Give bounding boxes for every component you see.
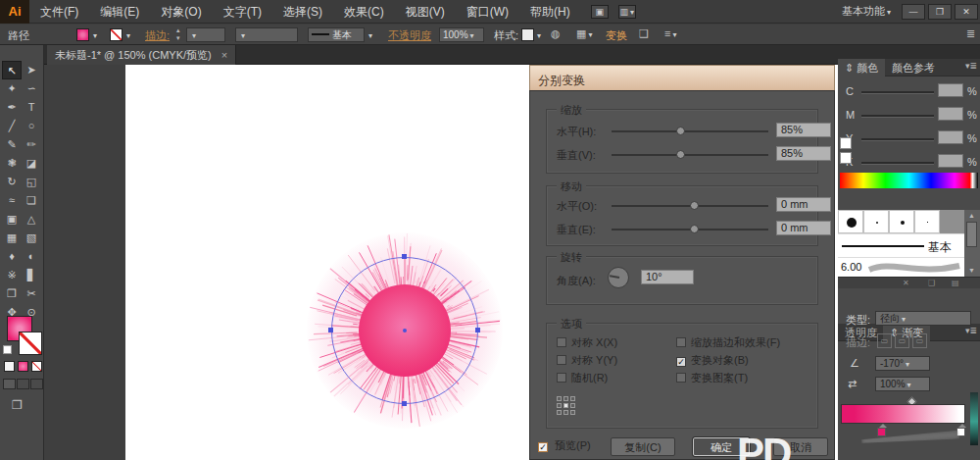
eyedropper-tool[interactable]: ♦ xyxy=(2,247,22,266)
draw-inside-icon[interactable] xyxy=(30,379,43,389)
angle-input[interactable]: 10° xyxy=(641,270,694,284)
shape-builder-tool[interactable]: ▣ xyxy=(2,210,22,229)
gradient-angle-input[interactable]: -170° xyxy=(875,356,930,371)
stroke-gradient-within-icon[interactable]: ▭ xyxy=(877,333,892,348)
right-checkbox-2[interactable] xyxy=(676,373,686,383)
angle-dial[interactable] xyxy=(608,267,629,288)
scale-value-1[interactable]: 85% xyxy=(776,146,831,161)
default-fill-stroke-icon[interactable] xyxy=(3,345,12,354)
right-option-2[interactable]: 变换图案(T) xyxy=(676,371,780,388)
ref-point-1[interactable] xyxy=(564,396,568,401)
tab-color-guide[interactable]: 颜色参考 xyxy=(885,59,942,77)
scale-slider-knob-0[interactable] xyxy=(676,127,685,135)
anchor-point-bottom[interactable] xyxy=(402,401,407,406)
calligraphic-brush-row[interactable] xyxy=(838,210,964,233)
channel-value-K[interactable] xyxy=(938,154,963,168)
screen-layout-icon[interactable]: ▥ xyxy=(618,5,636,19)
channel-slider-M[interactable] xyxy=(861,115,934,118)
transform-link[interactable]: 变换 xyxy=(606,28,627,43)
recolor-artwork-icon[interactable]: ◍ xyxy=(551,27,561,40)
gradient-bar[interactable] xyxy=(841,404,965,424)
fill-color-swatch[interactable] xyxy=(76,28,89,41)
right-option-0[interactable]: 缩放描边和效果(F) xyxy=(676,335,780,353)
gradient-tool[interactable]: ▧ xyxy=(22,229,41,247)
blend-tool[interactable]: ◐ xyxy=(22,247,41,266)
pen-tool[interactable]: ✒ xyxy=(2,98,22,117)
symbol-sprayer-tool[interactable]: ※ xyxy=(2,266,22,284)
anchor-point-top[interactable] xyxy=(402,254,407,259)
dialog-title-bar[interactable]: 分别变换 xyxy=(529,65,835,90)
left-option-0[interactable]: 对称 X(X) xyxy=(557,335,617,353)
perspective-grid-tool[interactable]: △ xyxy=(22,210,41,229)
channel-value-C[interactable] xyxy=(938,83,963,97)
move-value-1[interactable]: 0 mm xyxy=(776,221,831,235)
delete-brush-icon[interactable]: ▤ xyxy=(952,279,959,287)
minimize-button[interactable]: — xyxy=(902,4,925,20)
ellipse-tool[interactable]: ○ xyxy=(22,117,41,135)
scale-slider-1[interactable] xyxy=(612,154,768,156)
brush-scrollbar[interactable]: ▲ ▼ xyxy=(964,210,980,277)
rotate-tool[interactable]: ↻ xyxy=(2,173,22,191)
slice-tool[interactable]: ✂ xyxy=(22,284,41,303)
document-tab[interactable]: 未标题-1* @ 150% (CMYK/预览) × xyxy=(47,45,236,65)
channel-value-M[interactable] xyxy=(938,107,963,121)
right-checkbox-0[interactable] xyxy=(676,337,686,347)
line-segment-tool[interactable]: ╱ xyxy=(2,117,22,135)
opacity-link[interactable]: 不透明度 xyxy=(388,28,431,43)
menu-0[interactable]: 文件(F) xyxy=(29,0,89,24)
stroke-proxy[interactable] xyxy=(19,332,42,355)
color-panel-menu-icon[interactable]: ▾≣ xyxy=(965,61,977,71)
menu-6[interactable]: 视图(V) xyxy=(395,0,456,24)
art-brush-row[interactable]: 6.00 xyxy=(838,257,964,277)
restore-button[interactable]: ❐ xyxy=(928,4,952,20)
artboard-tool[interactable]: ❐ xyxy=(2,284,22,303)
left-option-1[interactable]: 对称 Y(Y) xyxy=(557,353,617,371)
menu-4[interactable]: 选择(S) xyxy=(272,0,333,24)
right-checkbox-1[interactable]: ✓ xyxy=(676,357,686,367)
opacity-input[interactable]: 100% xyxy=(439,27,484,42)
fill-proxy-swatch[interactable] xyxy=(840,137,852,149)
channel-slider-C[interactable] xyxy=(861,91,934,94)
move-slider-knob-1[interactable] xyxy=(690,225,699,233)
lasso-tool[interactable]: ∽ xyxy=(22,79,41,98)
stroke-panel-link[interactable]: 描边: xyxy=(145,28,170,43)
panel-collapse-icon[interactable]: ≣ xyxy=(966,27,975,40)
anchor-point-left[interactable] xyxy=(328,328,333,332)
fill-dropdown-arrow-icon[interactable] xyxy=(91,28,97,40)
none-mode-icon[interactable] xyxy=(31,361,42,372)
menu-5[interactable]: 效果(C) xyxy=(333,0,395,24)
stroke-style-arrow-icon[interactable] xyxy=(367,28,372,40)
eraser-tool[interactable]: ◪ xyxy=(22,154,41,173)
stroke-dropdown-arrow-icon[interactable] xyxy=(124,28,130,40)
remove-brush-icon[interactable]: ✕ xyxy=(903,279,909,287)
stroke-weight-stepper[interactable]: ▴▾ xyxy=(176,26,180,42)
channel-slider-Y[interactable] xyxy=(861,138,934,141)
scale-value-0[interactable]: 85% xyxy=(776,123,831,137)
left-checkbox-1[interactable] xyxy=(557,355,566,365)
stroke-weight-input[interactable] xyxy=(186,27,225,42)
draw-normal-icon[interactable] xyxy=(3,379,16,389)
blob-brush-tool[interactable]: ❃ xyxy=(2,154,22,173)
color-mode-icon[interactable] xyxy=(4,361,15,372)
tab-color[interactable]: ⇕ 颜色 xyxy=(838,59,885,77)
move-slider-1[interactable] xyxy=(612,229,768,230)
ref-point-5[interactable] xyxy=(570,403,575,408)
ref-point-6[interactable] xyxy=(557,410,562,415)
left-checkbox-0[interactable] xyxy=(557,337,566,347)
reference-point-locator[interactable] xyxy=(557,396,575,415)
stroke-gradient-along-icon[interactable]: ▭ xyxy=(895,333,909,348)
color-spectrum-bar[interactable] xyxy=(840,173,978,188)
scale-tool[interactable]: ◱ xyxy=(22,173,41,191)
workspace-switcher[interactable]: 基本功能 xyxy=(842,4,891,19)
screen-mode-icon[interactable]: ❐ xyxy=(12,398,23,412)
ref-point-8[interactable] xyxy=(570,410,575,415)
menu-8[interactable]: 帮助(H) xyxy=(519,0,581,24)
stroke-style-select[interactable]: 基本 xyxy=(308,27,365,42)
channel-slider-K[interactable] xyxy=(861,162,934,165)
ref-point-2[interactable] xyxy=(570,396,575,401)
stroke-color-swatch[interactable] xyxy=(110,28,122,41)
column-graph-tool[interactable]: ▋ xyxy=(22,266,41,284)
more-options-icon[interactable]: ≡ xyxy=(664,27,676,39)
scale-slider-knob-1[interactable] xyxy=(676,150,685,159)
basic-brush-row[interactable]: 基本 xyxy=(838,233,964,257)
